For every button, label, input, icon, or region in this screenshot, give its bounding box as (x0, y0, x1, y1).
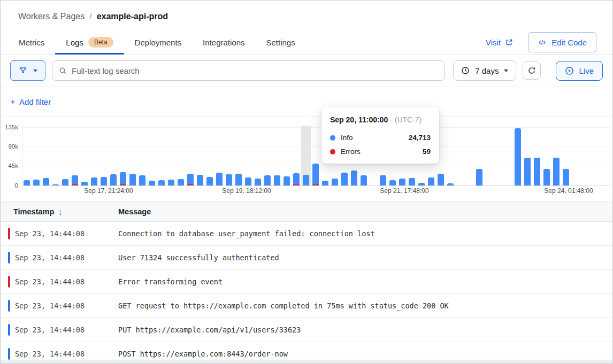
chart-bar[interactable] (524, 158, 531, 185)
tooltip-series-label: Errors (341, 148, 361, 156)
chart-bar[interactable] (543, 169, 550, 185)
chart-bar[interactable] (447, 183, 454, 185)
tab-metrics[interactable]: Metrics (8, 30, 55, 54)
chart-bar[interactable] (168, 180, 174, 185)
chart-bar[interactable] (52, 184, 59, 185)
tooltip-series-label: Info (341, 134, 353, 142)
chart-bar[interactable] (24, 180, 30, 185)
visit-link[interactable]: Visit (486, 38, 513, 47)
tooltip-errors-row: Errors 59 (330, 148, 431, 156)
chart-bar[interactable] (361, 175, 367, 185)
chart-bar[interactable] (187, 174, 194, 185)
filter-dropdown-button[interactable] (10, 60, 45, 81)
chart-bar[interactable] (534, 158, 540, 185)
tab-logs[interactable]: Logs Beta (55, 30, 124, 54)
chart-bar[interactable] (515, 128, 521, 185)
search-input[interactable] (72, 66, 438, 75)
log-row[interactable]: Sep 23, 14:44:08 User 71324 successfully… (1, 246, 612, 270)
chart-bar[interactable] (322, 181, 328, 185)
tooltip-timestamp: Sep 20, 11:00:00 (330, 115, 388, 124)
chart-bar[interactable] (43, 178, 49, 185)
chart-bar[interactable] (245, 177, 251, 185)
chart-bar[interactable] (351, 171, 357, 185)
column-header-message: Message (118, 207, 151, 216)
chart-bar[interactable] (101, 177, 107, 185)
chart-bar[interactable] (110, 174, 117, 185)
tab-deployments[interactable]: Deployments (124, 30, 193, 54)
log-row[interactable]: Sep 23, 14:44:08 GET request to https://… (1, 294, 612, 318)
edit-code-button[interactable]: Edit Code (528, 32, 596, 52)
chart-bar[interactable] (380, 175, 386, 185)
log-row[interactable]: Sep 23, 14:44:08 Error transforming even… (1, 270, 612, 294)
add-filter-link[interactable]: + Add filter (10, 97, 51, 106)
chart-bar[interactable] (33, 180, 40, 185)
chart-bar[interactable] (418, 183, 425, 185)
chart-bar[interactable] (428, 177, 434, 185)
tab-bar: Metrics Logs Beta Deployments Integratio… (1, 30, 612, 55)
chart-bar[interactable] (438, 174, 444, 185)
tab-integrations[interactable]: Integrations (192, 30, 255, 54)
chart-bar[interactable] (274, 175, 280, 185)
funnel-icon (19, 66, 27, 75)
chart-bar[interactable] (476, 169, 482, 185)
plus-icon: + (10, 97, 16, 106)
chart-bar[interactable] (206, 177, 213, 185)
log-message: User 71324 successfully authenticated (118, 253, 279, 262)
y-tick: 90k (1, 143, 18, 150)
chart-tooltip: Sep 20, 11:00:00- (UTC-7) Info 24,713 Er… (321, 107, 439, 164)
chart-bar[interactable] (409, 178, 415, 185)
chart-bar[interactable] (255, 179, 261, 185)
log-timestamp: Sep 23, 14:44:08 (15, 229, 118, 238)
chart-bar-error-segment (187, 184, 194, 185)
chart-bar[interactable] (120, 172, 126, 185)
chart-bar[interactable] (178, 179, 184, 185)
tooltip-timezone: - (UTC-7) (390, 115, 422, 124)
chart-bar[interactable] (129, 174, 136, 185)
live-button[interactable]: Live (556, 61, 603, 81)
chart-bar[interactable] (197, 175, 203, 185)
visit-label: Visit (486, 38, 501, 47)
chevron-down-icon (33, 69, 37, 72)
tooltip-title-row: Sep 20, 11:00:00- (UTC-7) (330, 115, 431, 125)
breadcrumb-workers-pages-link[interactable]: Workers & Pages (18, 12, 85, 21)
arrow-down-icon: ↓ (58, 207, 63, 216)
chart-bar[interactable] (389, 180, 396, 185)
chart-bar-error-segment (312, 184, 319, 185)
chart-bar[interactable] (341, 173, 348, 185)
chart-bar[interactable] (81, 182, 88, 185)
log-timestamp: Sep 23, 14:44:08 (15, 277, 118, 286)
chart-bar[interactable] (332, 179, 338, 185)
chart-bar[interactable] (293, 173, 300, 185)
chart-bar[interactable] (235, 174, 242, 185)
chart-bar[interactable] (149, 181, 155, 185)
chart-bar[interactable] (216, 173, 223, 185)
chevron-down-icon (504, 69, 508, 72)
chart-bar[interactable] (312, 164, 319, 185)
column-header-timestamp[interactable]: Timestamp ↓ (13, 207, 118, 216)
y-tick: 0 (1, 182, 18, 189)
breadcrumb-current-project: example-api-prod (97, 12, 168, 21)
chart-bar[interactable] (283, 176, 290, 185)
chart-bar[interactable] (62, 179, 68, 185)
chart-bar[interactable] (264, 175, 271, 185)
log-row[interactable]: Sep 23, 14:44:08 PUT https://example.com… (1, 318, 612, 342)
chart-bar[interactable] (91, 177, 97, 185)
chart-bar[interactable] (158, 180, 165, 185)
tab-settings[interactable]: Settings (256, 30, 306, 54)
chart-bar[interactable] (226, 174, 232, 185)
chart-bar[interactable] (303, 175, 309, 185)
edit-code-label: Edit Code (551, 38, 587, 47)
refresh-icon (527, 66, 536, 75)
log-search-box (52, 60, 445, 81)
time-range-dropdown[interactable]: 7 days (453, 60, 516, 81)
info-dot-icon (330, 135, 335, 141)
chart-bar[interactable] (72, 175, 78, 185)
tooltip-series-value: 59 (423, 148, 431, 156)
chart-bar[interactable] (139, 175, 145, 185)
chart-bar[interactable] (553, 158, 560, 185)
chart-bar[interactable] (563, 169, 569, 185)
play-circle-icon (565, 66, 574, 75)
log-row[interactable]: Sep 23, 14:44:08 Connection to database … (1, 222, 612, 246)
refresh-button[interactable] (523, 61, 541, 80)
chart-bar[interactable] (399, 179, 405, 185)
